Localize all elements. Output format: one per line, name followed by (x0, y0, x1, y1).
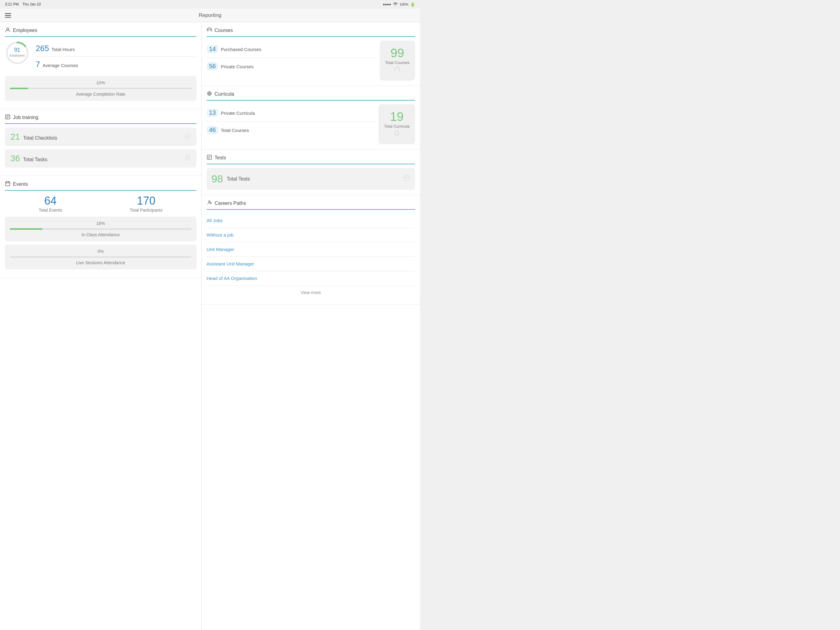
checklists-number: 21 (11, 132, 20, 142)
curricula-total-courses-number: 46 (207, 126, 218, 134)
in-class-label: In Class Attendance (10, 232, 191, 237)
employees-header: Employees (5, 27, 196, 37)
battery-icon: 🔋 (410, 2, 415, 7)
career-link-unit-manager[interactable]: Unit Manager (207, 247, 234, 252)
career-item-all-jobs[interactable]: All Jobs (207, 214, 415, 228)
courses-total-badge: 99 Total Courses (380, 41, 415, 81)
status-bar: 3:21 PM Thu Jan 10 ●●●● 100% 🔋 (0, 0, 420, 9)
top-nav: Reporting (0, 9, 420, 22)
total-participants-stat: 170 Total Participants (130, 195, 163, 213)
career-link-assistant-unit-manager[interactable]: Assistant Unit Manager (207, 261, 254, 266)
total-tasks-card: 36 Total Tasks (5, 149, 196, 168)
nav-title: Reporting (199, 12, 221, 19)
tasks-icon (184, 154, 191, 163)
courses-list: 14 Purchased Courses 56 Private Courses (207, 41, 377, 81)
courses-icon (207, 27, 212, 34)
time: 3:21 PM (5, 2, 19, 6)
date: Thu Jan 10 (22, 2, 41, 6)
courses-section: Courses 14 Purchased Courses 56 Private … (202, 22, 420, 86)
curricula-total-label: Total Curricula (384, 124, 409, 128)
employee-circle: 91 Employees (5, 41, 30, 65)
curricula-total-courses-label: Total Courses (221, 128, 249, 133)
career-item-head-of-aa[interactable]: Head of AA Organisation (207, 271, 415, 285)
career-link-all-jobs[interactable]: All Jobs (207, 218, 223, 223)
live-sessions-percent: 0% (10, 249, 191, 254)
private-curricula-row: 13 Private Curricula (207, 104, 376, 122)
job-training-section: Job training 21 Total Checklists 36 T (0, 109, 201, 176)
average-courses-row: 7 Average Courses (36, 57, 196, 72)
private-courses-label: Private Courses (221, 64, 254, 69)
completion-bar-fill (10, 88, 28, 89)
career-paths-title: Careers Paths (215, 201, 246, 206)
employees-icon (5, 27, 11, 34)
live-sessions-card: 0% Live Sessions Attendance (5, 245, 196, 269)
svg-point-18 (208, 93, 210, 95)
curricula-total-number: 19 (390, 111, 404, 123)
total-hours-number: 265 (36, 44, 49, 53)
total-participants-label: Total Participants (130, 207, 163, 212)
career-item-without-job[interactable]: Without a job (207, 228, 415, 242)
tests-title: Tests (215, 155, 226, 161)
private-curricula-label: Private Curricula (221, 111, 255, 116)
in-class-attendance-card: 18% In Class Attendance (5, 217, 196, 242)
courses-total-label: Total Courses (385, 60, 409, 65)
employees-content: 91 Employees 265 Total Hours 7 Average C… (5, 41, 196, 72)
courses-content: 14 Purchased Courses 56 Private Courses … (207, 41, 415, 81)
job-training-title: Job training (13, 115, 38, 120)
curricula-icon (207, 91, 212, 98)
hamburger-menu[interactable] (5, 13, 11, 17)
in-class-percent: 18% (10, 221, 191, 226)
career-link-without-job[interactable]: Without a job (207, 232, 234, 237)
courses-total-number: 99 (390, 47, 404, 59)
total-hours-label: Total Hours (51, 47, 75, 52)
completion-rate-label: Average Completion Rate (10, 92, 191, 97)
curricula-list: 13 Private Curricula 46 Total Courses (207, 104, 376, 144)
career-item-assistant-unit-manager[interactable]: Assistant Unit Manager (207, 257, 415, 271)
career-item-unit-manager[interactable]: Unit Manager (207, 242, 415, 257)
events-stats: 64 Total Events 170 Total Participants (5, 195, 196, 213)
total-tests-number: 98 (212, 173, 223, 185)
svg-rect-24 (207, 155, 212, 159)
svg-point-0 (7, 28, 9, 30)
private-courses-number: 56 (207, 62, 218, 70)
career-paths-header: Careers Paths (207, 200, 415, 210)
private-curricula-number: 13 (207, 109, 218, 117)
total-events-number: 64 (39, 195, 62, 207)
career-paths-icon (207, 200, 212, 207)
curricula-header: Curricula (207, 91, 415, 101)
job-training-header: Job training (5, 114, 196, 124)
right-column: Courses 14 Purchased Courses 56 Private … (202, 22, 420, 630)
total-tests-label: Total Tests (227, 176, 250, 182)
private-courses-row: 56 Private Courses (207, 58, 377, 75)
career-list: All Jobs Without a job Unit Manager Assi… (207, 214, 415, 285)
checklists-label: Total Checklists (23, 135, 57, 141)
events-title: Events (13, 182, 28, 187)
employees-section: Employees 91 Employees 265 Total Hours (0, 22, 201, 109)
total-participants-number: 170 (130, 195, 163, 207)
total-tests-card: 98 Total Tests (207, 168, 415, 190)
average-courses-label: Average Courses (43, 63, 78, 68)
completion-percent: 10% (10, 80, 191, 85)
events-section: Events 64 Total Events 170 Total Partici… (0, 176, 201, 278)
curricula-badge-icon (393, 130, 400, 138)
purchased-courses-row: 14 Purchased Courses (207, 41, 377, 58)
svg-point-8 (185, 133, 190, 139)
total-events-label: Total Events (39, 207, 62, 212)
career-link-head-of-aa[interactable]: Head of AA Organisation (207, 275, 257, 281)
completion-rate-card: 10% Average Completion Rate (5, 76, 196, 101)
signal-icon: ●●●● (383, 2, 391, 6)
tests-header: Tests (207, 154, 415, 164)
curricula-title: Curricula (215, 91, 234, 97)
in-class-bar-bg (10, 228, 191, 230)
test-card-icon (403, 175, 410, 184)
tasks-label: Total Tasks (23, 157, 47, 162)
employee-stats: 265 Total Hours 7 Average Courses (36, 41, 196, 72)
svg-rect-13 (6, 182, 10, 186)
live-sessions-label: Live Sessions Attendance (10, 260, 191, 265)
employees-title: Employees (13, 28, 37, 33)
curricula-content: 13 Private Curricula 46 Total Courses 19… (207, 104, 415, 144)
completion-bar-bg (10, 88, 191, 89)
battery-text: 100% (400, 2, 408, 6)
view-more-button[interactable]: View more (207, 285, 415, 299)
curricula-section: Curricula 13 Private Curricula 46 Total … (202, 86, 420, 149)
